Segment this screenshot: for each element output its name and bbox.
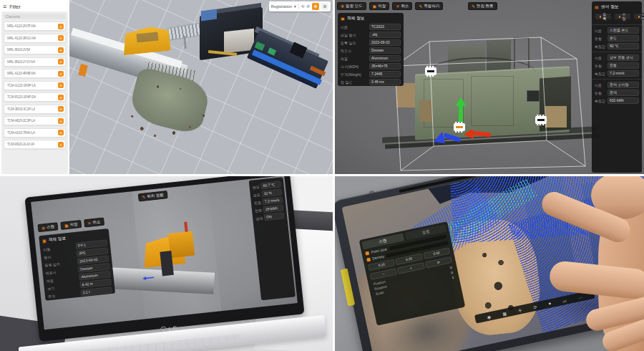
- align-button[interactable]: ✥: [312, 3, 319, 10]
- object-info-panel: ▣ 객체 정보 이름 DY-1 형식 J: [39, 229, 115, 301]
- add-scan-button[interactable]: +: [58, 71, 64, 77]
- chevron-down-icon[interactable]: ▾: [294, 4, 296, 9]
- scan-list-item[interactable]: TCM-A823-2C3P-LA +: [4, 116, 66, 125]
- add-scan-button[interactable]: +: [58, 35, 64, 41]
- slider-label: Density: [372, 254, 385, 261]
- undo-icon[interactable]: ⟲: [301, 4, 305, 9]
- sensor-chip-icon[interactable]: [535, 115, 547, 125]
- scan-list-item[interactable]: TCM-3R23-3C1P-LA +: [4, 105, 66, 114]
- scan-list-item[interactable]: MRL-9N23-2V5A +: [4, 45, 66, 54]
- settings-button[interactable]: ⚙: [321, 3, 328, 10]
- toolbar-icon[interactable]: ◉: [487, 314, 492, 319]
- toolbar-icon[interactable]: ▦: [502, 310, 507, 316]
- field-value[interactable]: 0: [449, 266, 452, 269]
- gizmo-arrow-left-blue[interactable]: [434, 132, 461, 143]
- machine-cab-rear: [168, 231, 195, 258]
- sensor-value: 632 kWh: [608, 97, 639, 104]
- property-value[interactable]: 35×46×75: [369, 63, 401, 69]
- property-row: 점 밀도 0.46 ms: [338, 78, 404, 86]
- toolbar-icon[interactable]: ⋯: [577, 294, 582, 300]
- sensor-name[interactable]: 전력 소비량: [608, 82, 639, 88]
- sensor-type[interactable]: 온도: [608, 35, 639, 42]
- align-mode-label: 위치 정합: [147, 193, 164, 199]
- field-value[interactable]: 1: [452, 276, 454, 279]
- scan-item-label: TCM-A823-2C3P-LA: [7, 119, 35, 122]
- toolbar-icon[interactable]: ⟳: [533, 304, 537, 309]
- tablet-device: 스캔 정합 Point Size: [335, 176, 644, 351]
- laptop-photo: ✎ 위치 정합 ⊕ 스캔 ▣ 저장: [0, 176, 333, 351]
- sensor-action-button[interactable]: 수정: [614, 13, 631, 20]
- property-value[interactable]: 2023-09-03: [369, 39, 401, 46]
- property-row: 유형 진동: [592, 62, 642, 69]
- scan-group-label: Camera: [4, 14, 66, 19]
- property-row: 파일 형식 .obj: [338, 31, 404, 39]
- rusty-machine-pointcloud[interactable]: [125, 69, 215, 148]
- toolbar-button-icon: ✕: [87, 220, 92, 225]
- property-row: 이름 상부 진동 센서: [592, 54, 642, 62]
- sensor-type[interactable]: 진동: [608, 62, 639, 69]
- gizmo-arrow-up[interactable]: [455, 97, 467, 122]
- sensor-type[interactable]: 전력: [608, 90, 639, 96]
- toolbar-button[interactable]: ⊕ 스캔: [37, 222, 58, 232]
- field-value[interactable]: 0: [451, 271, 454, 274]
- add-scan-button[interactable]: +: [58, 142, 64, 148]
- property-value[interactable]: 0.46 ms: [369, 79, 401, 85]
- property-value[interactable]: Aluminium: [369, 55, 401, 62]
- scan-list-item[interactable]: MRL-A123-2N7P-NA +: [4, 21, 66, 31]
- toolbar-icon[interactable]: ⏺: [548, 301, 551, 306]
- redo-icon[interactable]: ⟳: [306, 4, 310, 9]
- hamburger-menu-icon[interactable]: ≡: [3, 3, 6, 10]
- tablet-display[interactable]: 스캔 정합 Point Size: [342, 176, 644, 351]
- gizmo-arrow-left-red[interactable]: [464, 129, 491, 139]
- property-value[interactable]: Doosan: [369, 47, 401, 54]
- sensor-name[interactable]: 스핀들 온도: [608, 27, 639, 34]
- status-label: 진동: [254, 200, 262, 205]
- sensor-action-button[interactable]: 등록: [595, 13, 612, 20]
- property-label: 이름: [595, 29, 602, 33]
- add-scan-button[interactable]: +: [58, 95, 64, 100]
- property-value[interactable]: TC2023: [369, 24, 401, 30]
- property-row: 유형 전력: [592, 89, 642, 97]
- viewer-a-viewport[interactable]: Registration ▾ ⟲ ⟳ ✥ ⚙: [69, 0, 333, 174]
- toolbar-icon[interactable]: ▭: [562, 297, 567, 303]
- scan-item-label: TCM-R123-1R4P-DA: [7, 95, 36, 99]
- sensor-chip-icon[interactable]: [454, 122, 465, 133]
- add-scan-button[interactable]: +: [58, 106, 64, 112]
- property-label: 재질: [46, 278, 54, 283]
- scan-list-item[interactable]: TCM-R123-1R4P-DA +: [4, 92, 66, 102]
- sensor-name[interactable]: 상부 진동 센서: [608, 54, 639, 61]
- machine-detail: [160, 251, 173, 276]
- sensor-action-button[interactable]: 삭제: [633, 13, 644, 20]
- property-row: 제조사 Doosan: [338, 47, 404, 54]
- scan-list-item[interactable]: MRL-A123-4R4B-NA +: [4, 69, 66, 78]
- blue-lathe-pointcloud[interactable]: [250, 32, 328, 100]
- list-icon: ▤: [595, 4, 599, 9]
- property-value[interactable]: 7.2445: [369, 71, 401, 77]
- scan-list-item[interactable]: TCM-G123-1R3P-LA +: [4, 81, 66, 90]
- toolbar-button[interactable]: ✕ 취소: [84, 218, 104, 228]
- property-label: 유형: [595, 37, 602, 41]
- scan-item-label: MRL-A123-2N7P-NA: [7, 24, 36, 28]
- sensor-buttons: 등록 수정 삭제: [592, 11, 642, 23]
- add-scan-button[interactable]: +: [58, 130, 64, 135]
- add-scan-button[interactable]: +: [58, 47, 64, 53]
- orange-bullet-icon: [365, 251, 369, 255]
- toolbar-button[interactable]: ▣ 저장: [60, 220, 82, 230]
- scan-list-item[interactable]: MRL-A123-3R1G-NA +: [4, 34, 66, 43]
- viewport-toolbar: Registration ▾ ⟲ ⟳ ✥ ⚙: [269, 1, 331, 11]
- add-scan-button[interactable]: +: [58, 24, 64, 29]
- orange-bullet-icon: [366, 257, 371, 261]
- add-scan-button[interactable]: +: [58, 59, 64, 64]
- add-scan-button[interactable]: +: [58, 118, 64, 124]
- scan-list-item[interactable]: MRL-9N23-2Y2Y-NA +: [4, 57, 66, 67]
- add-scan-button[interactable]: +: [58, 82, 64, 88]
- property-label: 측정값: [595, 44, 605, 49]
- sensor-chip-icon[interactable]: [425, 66, 436, 77]
- property-value[interactable]: .obj: [369, 32, 401, 38]
- registration-mode-label[interactable]: Registration: [271, 4, 292, 9]
- machine-detail: [78, 64, 88, 77]
- toolbar-icon[interactable]: ✛: [517, 307, 522, 313]
- property-row: 측정값 632 kWh: [592, 97, 642, 105]
- scan-list-item[interactable]: TCM-R923-2L4J-VA +: [4, 140, 66, 149]
- scan-list-item[interactable]: TCM-A223-7R4V-LA +: [4, 128, 66, 138]
